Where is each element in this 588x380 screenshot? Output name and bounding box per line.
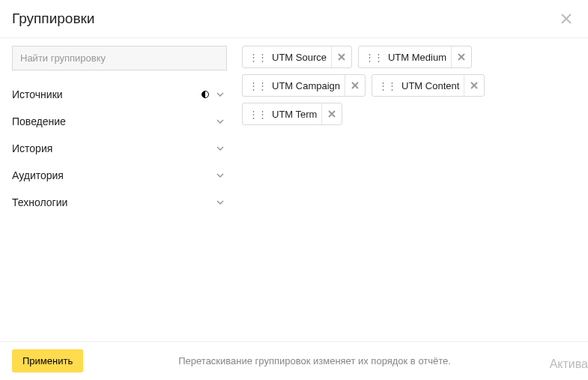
chip-remove-button[interactable] (451, 46, 471, 67)
category-item[interactable]: Источники (12, 81, 227, 108)
dialog-title: Группировки (12, 10, 94, 27)
grouping-chip[interactable]: ⋮⋮ UTM Content (372, 74, 485, 97)
left-panel: Источники Поведение История Аудитория (0, 38, 236, 342)
chevron-down-icon (216, 91, 224, 98)
close-icon (351, 82, 359, 89)
chip-label: UTM Term (272, 109, 321, 120)
category-label: История (12, 142, 52, 154)
grouping-chip[interactable]: ⋮⋮ UTM Medium (358, 46, 472, 68)
chip-remove-button[interactable] (321, 103, 342, 124)
apply-button[interactable]: Применить (12, 349, 83, 373)
chip-remove-button[interactable] (464, 75, 484, 96)
drag-handle-icon[interactable]: ⋮⋮ (243, 52, 272, 63)
drag-handle-icon[interactable]: ⋮⋮ (372, 80, 401, 91)
close-icon (560, 13, 572, 25)
chip-label: UTM Source (272, 52, 331, 63)
chip-label: UTM Medium (388, 52, 451, 63)
chip-label: UTM Campaign (272, 80, 345, 91)
dialog-footer: Применить Перетаскивание группировок изм… (0, 341, 588, 380)
close-button[interactable] (560, 12, 573, 25)
chip-remove-button[interactable] (331, 46, 351, 67)
chevron-down-icon (216, 172, 224, 179)
chip-remove-button[interactable] (345, 75, 365, 96)
right-panel: ⋮⋮ UTM Source ⋮⋮ UTM Medium ⋮⋮ UTM Campa… (236, 38, 588, 342)
chip-label: UTM Content (401, 80, 464, 91)
dialog-body: Источники Поведение История Аудитория (0, 38, 588, 342)
grouping-chip[interactable]: ⋮⋮ UTM Campaign (242, 74, 366, 97)
watermark-text: Актива (550, 358, 588, 371)
category-label: Аудитория (12, 169, 64, 181)
chip-list: ⋮⋮ UTM Source ⋮⋮ UTM Medium ⋮⋮ UTM Campa… (242, 46, 576, 125)
footer-hint: Перетаскивание группировок изменяет их п… (83, 355, 576, 367)
chevron-down-icon (216, 199, 224, 206)
close-icon (470, 82, 478, 89)
search-input[interactable] (12, 46, 227, 70)
category-label: Источники (12, 88, 63, 100)
dialog-header: Группировки (0, 0, 588, 38)
chevron-down-icon (216, 118, 224, 125)
grouping-chip[interactable]: ⋮⋮ UTM Term (242, 103, 342, 125)
category-item[interactable]: История (12, 135, 227, 162)
close-icon (328, 110, 336, 118)
drag-handle-icon[interactable]: ⋮⋮ (243, 109, 272, 120)
category-item[interactable]: Технологии (12, 189, 227, 216)
grouping-chip[interactable]: ⋮⋮ UTM Source (242, 46, 352, 68)
close-icon (458, 53, 465, 61)
partial-indicator-icon (201, 91, 209, 98)
category-label: Технологии (12, 196, 67, 208)
category-label: Поведение (12, 115, 66, 127)
close-icon (338, 53, 345, 61)
chevron-down-icon (216, 145, 224, 152)
drag-handle-icon[interactable]: ⋮⋮ (359, 52, 388, 63)
category-item[interactable]: Поведение (12, 108, 227, 135)
drag-handle-icon[interactable]: ⋮⋮ (243, 80, 272, 91)
category-item[interactable]: Аудитория (12, 162, 227, 189)
